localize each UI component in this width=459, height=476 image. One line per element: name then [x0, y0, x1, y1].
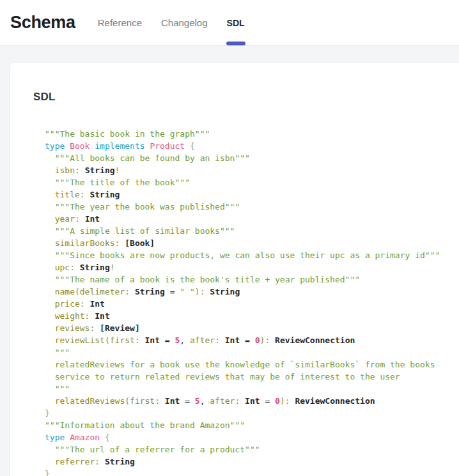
page-title: Schema — [10, 13, 75, 33]
code-line: price: Int — [45, 298, 447, 310]
code-line: reviewList(first: Int = 5, after: Int = … — [45, 334, 447, 346]
sdl-heading: SDL — [33, 91, 447, 104]
content-area: SDL """The basic book in the graph"""typ… — [0, 46, 459, 476]
code-line: } — [45, 468, 447, 476]
code-line: similarBooks: [Book] — [45, 237, 447, 249]
code-line: """The title of the book""" — [45, 176, 447, 188]
code-line: """Information about the brand Amazon""" — [45, 419, 447, 431]
code-line: referrer: String — [45, 456, 447, 468]
sdl-card: SDL """The basic book in the graph"""typ… — [10, 63, 459, 476]
code-line: service to return related reviews that m… — [45, 371, 447, 383]
code-line: """ — [45, 383, 447, 395]
code-line: type Book implements Product { — [45, 140, 447, 152]
tab-changelog[interactable]: Changelog — [160, 0, 209, 45]
code-line: """A simple list of similar books""" — [45, 225, 447, 237]
code-line: name(delimeter: String = " "): String — [45, 286, 447, 298]
code-line: """The url of a referrer for a product""… — [45, 443, 447, 456]
sdl-code-block: """The basic book in the graph"""type Bo… — [45, 128, 447, 476]
code-line: """Since books are now products, we can … — [45, 249, 447, 261]
code-line: type Amazon { — [45, 431, 447, 443]
code-line: } — [45, 407, 447, 419]
code-line: isbn: String! — [45, 164, 447, 176]
code-line: relatedReviews for a book use the knowle… — [45, 358, 447, 371]
tab-bar: Reference Changelog SDL — [97, 0, 246, 45]
page-header: Schema Reference Changelog SDL — [0, 0, 459, 46]
code-line: """The year the book was published""" — [45, 201, 447, 213]
code-line: """The basic book in the graph""" — [45, 128, 447, 140]
tab-reference[interactable]: Reference — [97, 0, 143, 45]
tab-sdl[interactable]: SDL — [226, 0, 246, 45]
code-line: upc: String! — [45, 261, 447, 273]
code-line: """All books can be found by an isbn""" — [45, 152, 447, 164]
code-line: reviews: [Review] — [45, 322, 447, 334]
code-line: relatedReviews(first: Int = 5, after: In… — [45, 395, 447, 407]
code-line: """ — [45, 346, 447, 358]
code-line: title: String — [45, 188, 447, 201]
code-line: year: Int — [45, 213, 447, 225]
code-line: """The name of a book is the book's titl… — [45, 273, 447, 286]
code-line: weight: Int — [45, 310, 447, 322]
